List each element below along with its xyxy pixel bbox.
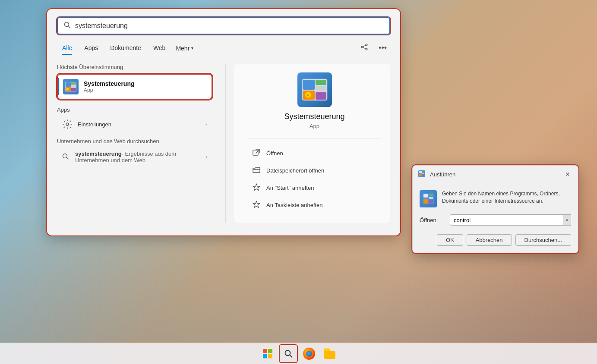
open-icon <box>253 149 261 157</box>
run-dialog-title-bar: Ausführen ✕ <box>413 166 578 183</box>
svg-rect-32 <box>422 175 424 176</box>
best-match-text: Systemsteuerung App <box>84 80 134 93</box>
share-button[interactable] <box>357 41 372 55</box>
input-wrap: control ▾ <box>450 214 571 226</box>
best-match-item[interactable]: Systemsteuerung App <box>57 74 212 100</box>
svg-rect-38 <box>429 200 433 204</box>
panel-divider <box>225 64 226 223</box>
tab-dokumente[interactable]: Dokumente <box>105 42 146 55</box>
web-search-item[interactable]: systemsteuerung- Ergebnisse aus dem Unte… <box>57 147 212 167</box>
control-panel-icon <box>63 79 79 94</box>
svg-line-5 <box>363 45 366 47</box>
firefox-globe-icon <box>306 351 312 357</box>
svg-point-14 <box>66 123 69 126</box>
run-dialog-buttons: OK Abbrechen Durchsuchen... <box>420 234 571 246</box>
taskbar-start[interactable] <box>258 344 277 363</box>
search-taskbar-icon <box>284 349 293 358</box>
browse-button[interactable]: Durchsuchen... <box>515 234 571 246</box>
einstellungen-item[interactable]: Einstellungen › <box>57 116 212 133</box>
svg-rect-11 <box>71 85 76 88</box>
taskbar-firefox[interactable] <box>300 344 319 363</box>
right-panel-app-type: App <box>310 123 319 129</box>
search-icon <box>64 22 71 30</box>
run-dialog-app-icon-small <box>418 170 426 179</box>
pin-start-icon <box>253 183 261 192</box>
pin-taskbar-icon <box>253 201 261 209</box>
main-content: Höchste Übereinstimmung <box>57 64 390 223</box>
action-pin-taskbar[interactable]: An Taskleiste anheften <box>247 197 382 213</box>
tab-actions: ••• <box>357 41 390 55</box>
tab-apps[interactable]: Apps <box>79 42 103 55</box>
more-options-button[interactable]: ••• <box>375 42 390 54</box>
svg-line-1 <box>69 26 70 28</box>
tab-alle[interactable]: Alle <box>57 42 77 55</box>
svg-point-2 <box>366 44 367 46</box>
svg-rect-10 <box>71 82 76 85</box>
svg-line-40 <box>290 355 292 357</box>
run-dialog-content: Geben Sie den Namen eines Programms, Ord… <box>420 190 571 207</box>
taskbar-explorer[interactable] <box>320 344 339 363</box>
ok-button[interactable]: OK <box>437 234 463 246</box>
svg-rect-18 <box>303 80 315 90</box>
svg-point-13 <box>66 88 69 91</box>
svg-rect-8 <box>66 82 71 87</box>
tab-web[interactable]: Web <box>148 42 171 55</box>
right-panel: ★ Systemsteuerung App <box>234 64 390 223</box>
svg-rect-28 <box>419 171 422 173</box>
web-search-text: systemsteuerung- Ergebnisse aus dem Unte… <box>75 151 205 163</box>
svg-point-3 <box>361 46 363 48</box>
windows-logo-icon <box>263 349 272 358</box>
svg-rect-20 <box>316 80 326 85</box>
tab-mehr[interactable]: Mehr ▾ <box>172 42 197 54</box>
large-app-icon: ★ <box>297 72 332 107</box>
web-section-title: Unternehmen und das Web durchsuchen <box>57 138 212 144</box>
action-list: Öffnen Dateispeicherort öffnen <box>247 145 382 214</box>
open-label: Öffnen: <box>420 217 445 223</box>
svg-rect-25 <box>253 150 258 155</box>
svg-line-16 <box>66 157 68 159</box>
taskbar-search[interactable] <box>279 344 298 363</box>
run-icon <box>420 190 437 207</box>
desktop: systemsteuerung Alle Apps Dokumente Web … <box>0 0 597 364</box>
tab-bar: Alle Apps Dokumente Web Mehr ▾ • <box>57 41 390 55</box>
right-panel-app-name: Systemsteuerung <box>284 112 344 121</box>
apps-section-title: Apps <box>57 107 212 113</box>
run-dialog: Ausführen ✕ Geben Sie den Namen eines Pr… <box>412 165 578 253</box>
svg-rect-37 <box>429 197 433 199</box>
chevron-right-icon: › <box>205 121 207 127</box>
svg-rect-30 <box>422 171 424 173</box>
run-dialog-title: Ausführen <box>430 171 562 178</box>
action-file-location[interactable]: Dateispeicherort öffnen <box>247 163 382 178</box>
chevron-down-icon: ▾ <box>191 46 193 50</box>
svg-point-4 <box>366 48 367 50</box>
svg-rect-35 <box>423 199 428 204</box>
svg-rect-12 <box>71 88 76 91</box>
svg-rect-29 <box>419 174 422 176</box>
dropdown-arrow[interactable]: ▾ <box>563 214 571 226</box>
run-input[interactable]: control <box>450 214 563 226</box>
search-bar: systemsteuerung <box>57 17 390 35</box>
svg-rect-34 <box>423 194 428 198</box>
run-dialog-body: Geben Sie den Namen eines Programms, Ord… <box>413 183 578 253</box>
run-dialog-field: Öffnen: control ▾ <box>420 214 571 226</box>
svg-line-6 <box>363 47 366 49</box>
svg-rect-36 <box>429 194 433 196</box>
svg-rect-21 <box>316 86 326 91</box>
cancel-button[interactable]: Abbrechen <box>467 234 512 246</box>
svg-rect-22 <box>316 92 326 100</box>
svg-text:★: ★ <box>306 93 310 97</box>
folder-explorer-icon <box>324 348 336 359</box>
firefox-icon <box>303 348 315 360</box>
action-pin-start[interactable]: An "Start" anheften <box>247 180 382 195</box>
folder-open-icon <box>253 166 261 175</box>
search-panel: systemsteuerung Alle Apps Dokumente Web … <box>47 9 401 236</box>
close-button[interactable]: ✕ <box>562 169 573 179</box>
action-open[interactable]: Öffnen <box>247 145 382 161</box>
left-panel: Höchste Übereinstimmung <box>57 64 221 223</box>
search-small-icon <box>62 153 70 161</box>
search-input[interactable]: systemsteuerung <box>75 22 383 30</box>
web-chevron-icon: › <box>205 154 207 160</box>
settings-icon <box>62 119 73 129</box>
svg-rect-31 <box>422 173 424 174</box>
run-dialog-description: Geben Sie den Namen eines Programms, Ord… <box>442 190 571 205</box>
